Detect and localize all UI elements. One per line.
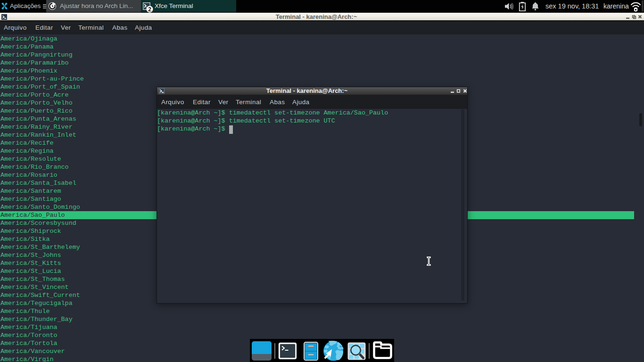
svg-text:2: 2 — [148, 6, 151, 13]
